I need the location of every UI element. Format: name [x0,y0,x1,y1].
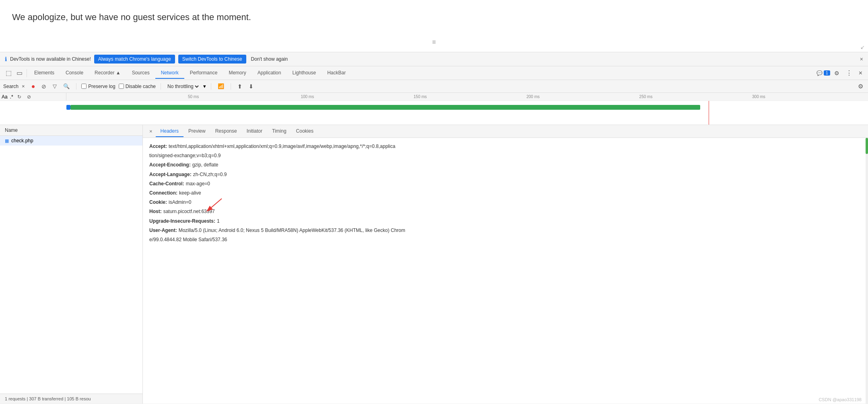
timeline-area: Aa .* ↻ ⊘ 50 ms 100 ms 150 ms 200 ms 250… [0,93,868,125]
preserve-log-input[interactable] [81,84,87,89]
devtools-tab-bar: ⬚ ▭ Elements Console Recorder ▲ Sources … [0,66,868,80]
font-size-aa[interactable]: Aa [2,94,8,100]
tab-sources[interactable]: Sources [126,68,155,79]
file-name-check-php: check.php [11,138,33,144]
regex-toggle[interactable]: .* [10,94,13,100]
notification-message: DevTools is now available in Chinese! [10,56,91,62]
settings-button[interactable]: ⚙ [832,68,842,78]
preserve-log-checkbox[interactable]: Preserve log [81,84,115,89]
headers-panel: × Headers Preview Response Initiator Tim… [143,125,868,404]
header-row-accept-language: Accept-Language: zh-CN,zh;q=0.9 [149,171,862,178]
search-label: Search [3,84,19,89]
tab-right-actions: 💬 1 ⚙ ⋮ × [816,68,865,78]
header-value-cache-control: max-age=0 [186,180,210,188]
tab-elements[interactable]: Elements [29,68,60,79]
header-value-upgrade-insecure: 1 [217,217,220,225]
scrollbar-thumb[interactable] [866,138,868,154]
more-options-button[interactable]: ⋮ [843,68,855,78]
headers-content: Accept: text/html,application/xhtml+xml,… [143,138,868,404]
file-list-footer: 1 requests | 307 B transferred | 105 B r… [0,394,142,404]
chat-badge: 1 [824,70,830,76]
header-value-accept-cont: tion/signed-exchange;v=b3;q=0.9 [149,152,221,160]
download-button[interactable]: ⬇ [247,82,255,90]
tab-cookies[interactable]: Cookies [291,126,318,137]
clear-search-button[interactable]: × [20,82,27,90]
headers-close-button[interactable]: × [146,126,156,137]
tab-timing[interactable]: Timing [267,126,291,137]
csdn-watermark: CSDN @apao331198 [819,397,862,402]
header-value-accept-language: zh-CN,zh;q=0.9 [193,171,227,178]
red-arrow-annotation [198,197,230,217]
drag-handle: ≡ [432,39,436,46]
throttle-select[interactable]: No throttling [166,83,200,90]
notification-close-button[interactable]: × [860,56,863,62]
devtools-panel: ⬚ ▭ Elements Console Recorder ▲ Sources … [0,66,868,404]
ruler-200ms: 200 ms [526,94,540,99]
network-bar-blue [66,105,70,110]
switch-devtools-button[interactable]: Switch DevTools to Chinese [178,55,246,64]
toolbar-divider-4 [231,83,231,90]
header-value-accept-encoding: gzip, deflate [192,161,219,169]
svg-line-0 [208,199,222,211]
header-value-accept: text/html,application/xhtml+xml,applicat… [169,143,395,150]
tab-performance[interactable]: Performance [184,68,223,79]
file-list-panel: Name ▦ check.php 1 requests | 307 B tran… [0,125,143,404]
clear-button[interactable]: ⊘ [40,82,48,90]
timeline-bar-area [0,101,868,125]
refresh-btn[interactable]: ↻ [16,93,23,100]
webpage-area: We apologize, but we have no guest servi… [0,0,868,52]
tab-hackbar[interactable]: HackBar [322,68,351,79]
tab-preview[interactable]: Preview [183,126,210,137]
timeline-cursor [709,101,709,125]
clear-timeline-btn[interactable]: ⊘ [25,93,33,100]
header-row-user-agent-cont: e/99.0.4844.82 Mobile Safari/537.36 [149,236,862,244]
tab-initiator[interactable]: Initiator [242,126,267,137]
ruler-150ms: 150 ms [414,94,427,99]
disable-cache-checkbox[interactable]: Disable cache [119,84,156,89]
header-row-cache-control: Cache-Control: max-age=0 [149,180,862,188]
tab-network[interactable]: Network [155,68,184,79]
header-key-accept: Accept: [149,143,167,150]
header-row-accept-cont: tion/signed-exchange;v=b3;q=0.9 [149,152,862,160]
file-icon: ▦ [5,138,9,144]
tab-memory[interactable]: Memory [223,68,252,79]
tab-response[interactable]: Response [210,126,242,137]
webpage-text: We apologize, but we have no guest servi… [12,12,856,23]
dont-show-link[interactable]: Don't show again [251,56,288,62]
header-key-host: Host: [149,208,162,215]
tab-lighthouse[interactable]: Lighthouse [287,68,322,79]
file-list-header: Name [0,125,142,136]
disable-cache-input[interactable] [119,84,124,89]
header-value-user-agent: Mozilla/5.0 (Linux; Android 6.0; Nexus 5… [179,227,405,234]
network-toolbar: Search × ● ⊘ ▽ 🔍 Preserve log Disable ca… [0,80,868,93]
device-toolbar-button[interactable]: ▭ [14,68,25,78]
info-icon: ℹ [5,56,7,62]
tab-recorder[interactable]: Recorder ▲ [89,68,126,79]
header-row-cookie: Cookie: isAdmin=0 [149,199,862,206]
close-devtools-button[interactable]: × [856,68,865,78]
wifi-icon[interactable]: 📶 [216,82,226,90]
tab-headers[interactable]: Headers [156,126,183,137]
header-key-connection: Connection: [149,189,177,197]
upload-button[interactable]: ⬆ [236,82,244,90]
resize-handle: ↙ [860,44,865,50]
search-button[interactable]: 🔍 [62,82,71,90]
file-row-check-php[interactable]: ▦ check.php [0,136,142,146]
header-key-user-agent: User-Agent: [149,227,177,234]
cursor-tool-button[interactable]: ⬚ [3,68,14,78]
header-key-accept-language: Accept-Language: [149,171,192,178]
header-row-user-agent: User-Agent: Mozilla/5.0 (Linux; Android … [149,227,862,234]
filter-button[interactable]: ▽ [51,82,58,90]
network-bar-green [70,105,700,110]
record-button[interactable]: ● [30,82,37,91]
header-row-accept: Accept: text/html,application/xhtml+xml,… [149,143,862,150]
always-match-button[interactable]: Always match Chrome's language [94,55,175,64]
tab-application[interactable]: Application [252,68,287,79]
ruler-50ms: 50 ms [188,94,199,99]
notification-bar: ℹ DevTools is now available in Chinese! … [0,52,868,66]
header-row-upgrade-insecure: Upgrade-Insecure-Requests: 1 [149,217,862,225]
throttle-chevron[interactable]: ▾ [203,83,206,89]
search-box: Search × [3,82,27,90]
network-settings-button[interactable]: ⚙ [856,82,865,91]
tab-console[interactable]: Console [60,68,89,79]
